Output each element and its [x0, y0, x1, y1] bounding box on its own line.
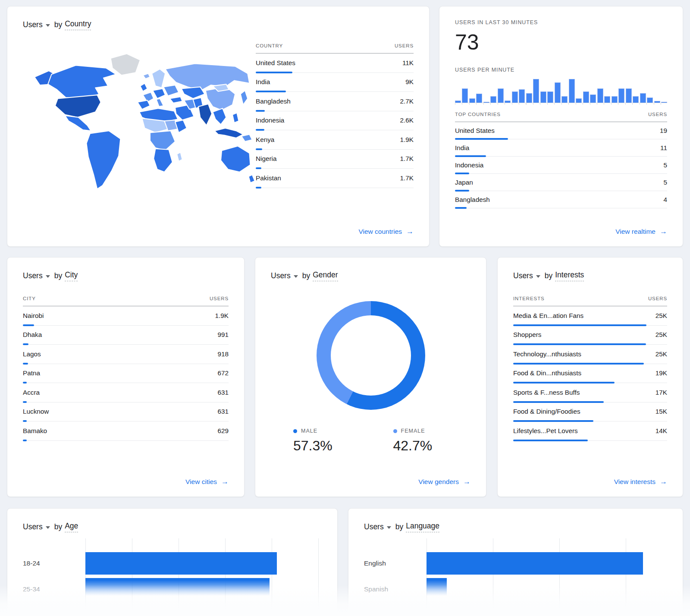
age-bar	[85, 552, 277, 575]
card-title: Users by City	[23, 270, 229, 281]
column-header: TOP COUNTRIES	[455, 112, 501, 117]
row-label: Bangladesh	[455, 196, 490, 204]
dimension-selector[interactable]: Country	[65, 19, 91, 30]
legend-item-female: FEMALE 42.7%	[371, 428, 471, 454]
row-value: 9K	[405, 78, 414, 86]
row-value: 25K	[656, 312, 667, 320]
row-label: Food & Din...nthusiasts	[513, 369, 581, 377]
row-label: Bamako	[23, 427, 47, 435]
row-bar	[455, 138, 508, 140]
dimension-selector[interactable]: Language	[406, 522, 439, 532]
dimension-selector[interactable]: Interests	[555, 270, 584, 281]
dimension-selector[interactable]: City	[65, 270, 78, 281]
row-label: United States	[455, 127, 495, 135]
by-label: by	[54, 271, 62, 280]
row-value: 918	[217, 350, 229, 358]
row-value: 5	[663, 179, 667, 186]
metric-dropdown[interactable]: Users	[23, 271, 50, 280]
row-label: Indonesia	[256, 116, 284, 124]
metric-dropdown[interactable]: Users	[364, 522, 391, 531]
gender-donut-chart	[317, 301, 425, 410]
row-bar	[513, 440, 588, 441]
table-row: India 11	[455, 139, 667, 157]
age-chart-row: 25-34	[23, 578, 322, 600]
row-label: Shoppers	[513, 331, 541, 339]
row-bar	[513, 343, 646, 345]
arrow-right-icon: →	[221, 478, 229, 486]
row-value: 11K	[402, 59, 414, 67]
dimension-selector[interactable]: Gender	[313, 270, 338, 281]
view-interests-link[interactable]: View interests →	[614, 478, 667, 486]
city-table: CITY USERS Nairobi 1.9K Dhaka 9	[23, 296, 229, 441]
row-bar	[23, 382, 27, 383]
row-label: Bangladesh	[256, 97, 291, 105]
row-label: Patna	[23, 369, 40, 377]
legend-label: MALE	[301, 428, 317, 434]
row-value: 2.6K	[400, 116, 414, 124]
row-bar	[256, 129, 264, 131]
arrow-right-icon: →	[660, 227, 667, 236]
table-header: TOP COUNTRIES USERS	[455, 112, 667, 122]
world-map-choropleth	[23, 48, 256, 199]
table-row: Kenya 1.9K	[256, 130, 414, 150]
view-cities-link[interactable]: View cities →	[185, 478, 229, 486]
metric-label: Users	[271, 271, 291, 280]
column-header: CITY	[23, 296, 36, 301]
card-title: Users by Country	[23, 19, 414, 30]
gender-legend: MALE 57.3% FEMALE 42.7%	[271, 428, 470, 454]
row-bar	[513, 324, 646, 326]
row-label: Lagos	[23, 350, 41, 358]
row-value: 1.9K	[215, 312, 229, 320]
chevron-down-icon	[46, 275, 50, 278]
row-value: 25K	[656, 350, 667, 358]
table-row: Food & Din...nthusiasts 19K	[513, 364, 667, 383]
row-value: 19	[660, 127, 667, 135]
column-header: USERS	[210, 296, 229, 301]
arrow-right-icon: →	[406, 227, 414, 236]
table-row: Bangladesh 4	[455, 191, 667, 208]
card-title: Users by Age	[23, 522, 322, 532]
table-header: INTERESTS USERS	[513, 296, 667, 306]
card-title: Users by Gender	[271, 270, 470, 281]
table-row: Lifestyles...Pet Lovers 14K	[513, 421, 667, 441]
view-realtime-link[interactable]: View realtime →	[615, 227, 667, 236]
row-bar	[23, 440, 27, 441]
row-bar	[455, 155, 486, 157]
column-header: USERS	[648, 112, 667, 117]
metric-dropdown[interactable]: Users	[23, 20, 50, 29]
column-header: INTERESTS	[513, 296, 545, 301]
legend-label: FEMALE	[401, 428, 425, 434]
female-percentage: 42.7%	[393, 438, 471, 454]
view-countries-link[interactable]: View countries →	[358, 227, 414, 236]
row-value: 991	[217, 331, 229, 339]
row-label: India	[256, 78, 270, 86]
metric-dropdown[interactable]: Users	[513, 271, 540, 280]
row-label: Dhaka	[23, 331, 42, 339]
table-row: Nigeria 1.7K	[256, 150, 414, 169]
female-dot-icon	[393, 429, 397, 433]
chevron-down-icon	[294, 275, 298, 278]
row-value: 19K	[656, 369, 667, 377]
view-genders-link[interactable]: View genders →	[418, 478, 470, 486]
age-chart-rows: 18-24 25-34	[23, 552, 322, 600]
table-row: Accra 631	[23, 383, 229, 402]
card-users-by-city: Users by City CITY USERS Nairobi 1.9K	[7, 257, 245, 497]
users-last-30min-value: 73	[455, 30, 667, 55]
arrow-right-icon: →	[463, 478, 470, 486]
card-users-by-country: Users by Country	[7, 6, 430, 247]
chevron-down-icon	[46, 24, 50, 27]
row-label: Lifestyles...Pet Lovers	[513, 427, 578, 435]
card-users-by-language: Users by Language English Sp	[348, 508, 683, 616]
metric-dropdown[interactable]: Users	[271, 271, 298, 280]
row-value: 5	[663, 161, 667, 169]
chevron-down-icon	[387, 526, 391, 529]
row-label: Indonesia	[455, 161, 483, 169]
table-row: Nairobi 1.9K	[23, 306, 229, 326]
row-bar	[513, 363, 644, 365]
metric-dropdown[interactable]: Users	[23, 522, 50, 531]
metric-label: Users	[364, 522, 384, 531]
row-bar	[513, 420, 593, 422]
world-map	[23, 48, 256, 197]
age-bar-chart: 18-24 25-34	[23, 552, 322, 600]
dimension-selector[interactable]: Age	[65, 522, 78, 532]
